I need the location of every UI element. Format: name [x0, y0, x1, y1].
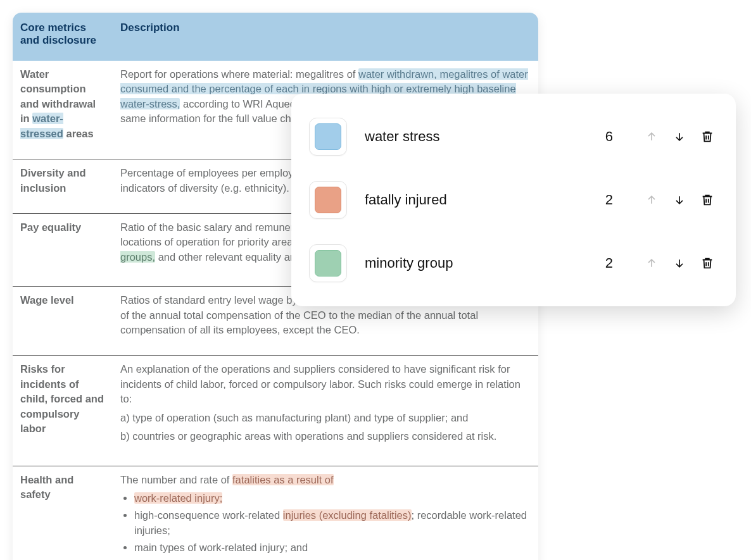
bullet-list: work-related injury; high-consequence wo… [120, 491, 531, 560]
highlight-peach: injuries (excluding fatalities) [283, 509, 412, 521]
move-up-button[interactable] [643, 192, 660, 208]
col-header-desc: Description [113, 13, 538, 61]
highlight-item: water stress 6 [304, 105, 721, 168]
move-up-button[interactable] [643, 255, 660, 271]
color-swatch-button[interactable] [309, 244, 347, 282]
metric-name: Wage level [13, 287, 113, 356]
table-row: Health and safety The number and rate of… [13, 466, 538, 560]
highlight-label: water stress [365, 128, 570, 145]
list-item: main types of work-related injury; and [134, 540, 531, 555]
metric-desc: An explanation of the operations and sup… [113, 356, 538, 466]
color-swatch [315, 187, 341, 213]
metric-name: Risks for incidents of child, forced and… [13, 356, 113, 466]
color-swatch-button[interactable] [309, 181, 347, 219]
highlight-controls [643, 255, 716, 271]
highlight-label: fatally injured [365, 192, 570, 208]
move-down-button[interactable] [671, 255, 688, 271]
highlight-count: 2 [588, 192, 613, 208]
list-item: high-consequence work-related injuries (… [134, 508, 531, 538]
move-up-button[interactable] [643, 128, 660, 145]
highlight-item: minority group 2 [304, 232, 721, 295]
highlight-controls [643, 192, 716, 208]
metric-name: Health and safety [13, 466, 113, 560]
metric-name: Water consumption and withdrawal in wate… [13, 61, 113, 159]
highlight-count: 2 [588, 255, 613, 271]
move-down-button[interactable] [671, 128, 688, 145]
color-swatch [315, 250, 341, 277]
highlight-count: 6 [588, 128, 613, 145]
highlight-label: minority group [365, 255, 570, 271]
metric-name: Diversity and inclusion [13, 159, 113, 214]
highlight-panel: water stress 6 fatally injured 2 minorit… [291, 94, 736, 306]
move-down-button[interactable] [671, 192, 688, 208]
metric-desc: The number and rate of fatalities as a r… [113, 466, 538, 560]
highlight-peach: work-related injury; [134, 492, 222, 504]
highlight-item: fatally injured 2 [304, 168, 721, 232]
color-swatch [315, 123, 341, 150]
highlight-peach: fatalities as a result of [232, 474, 334, 485]
color-swatch-button[interactable] [309, 118, 347, 156]
metric-name: Pay equality [13, 213, 113, 286]
table-row: Risks for incidents of child, forced and… [13, 356, 538, 466]
delete-button[interactable] [699, 255, 716, 271]
delete-button[interactable] [699, 128, 716, 145]
delete-button[interactable] [699, 192, 716, 208]
highlight-controls [643, 128, 716, 145]
list-item: work-related injury; [134, 491, 531, 506]
col-header-metric: Core metrics and disclosure [13, 13, 113, 61]
